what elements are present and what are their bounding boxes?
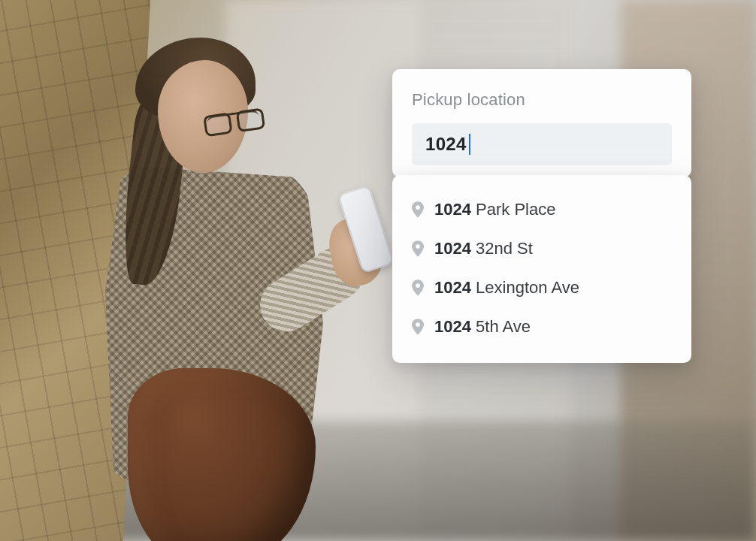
suggestion-item[interactable]: 1024 Park Place [412, 190, 672, 229]
location-pin-icon [412, 201, 424, 218]
bag-illustration [128, 368, 316, 541]
pickup-location-card: Pickup location 1024 [392, 69, 691, 177]
suggestion-text: 1024 Park Place [434, 200, 555, 219]
suggestion-text: 1024 Lexington Ave [434, 278, 579, 298]
pickup-location-input[interactable]: 1024 [412, 123, 672, 165]
suggestion-item[interactable]: 1024 32nd St [412, 229, 672, 268]
location-pin-icon [412, 280, 424, 296]
autocomplete-suggestions: 1024 Park Place 1024 32nd St 1024 Lexing… [392, 175, 691, 363]
location-pin-icon [412, 240, 424, 257]
suggestion-text: 1024 32nd St [434, 239, 533, 258]
pickup-location-input-value: 1024 [425, 134, 467, 155]
scene-background: Pickup location 1024 1024 Park Place 102… [0, 0, 756, 541]
suggestion-item[interactable]: 1024 5th Ave [412, 307, 672, 346]
suggestion-item[interactable]: 1024 Lexington Ave [412, 268, 672, 307]
text-cursor [469, 134, 470, 155]
pickup-location-label: Pickup location [412, 90, 672, 110]
person-illustration [53, 45, 353, 541]
location-pin-icon [412, 319, 424, 335]
suggestion-text: 1024 5th Ave [434, 317, 531, 337]
